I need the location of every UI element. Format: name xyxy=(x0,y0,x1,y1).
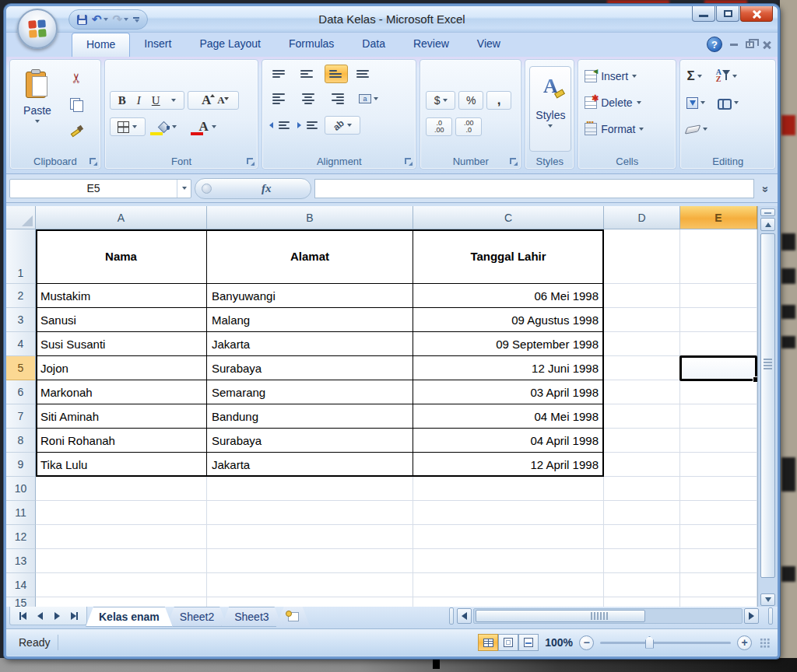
cell-E15[interactable] xyxy=(680,597,757,607)
cell-C12[interactable] xyxy=(413,525,604,549)
cell-A8[interactable]: Roni Rohanah xyxy=(36,429,207,453)
align-left-button[interactable] xyxy=(269,89,292,108)
cell-D15[interactable] xyxy=(604,597,680,607)
increase-indent-button[interactable] xyxy=(297,116,320,135)
row-header-6[interactable]: 6 xyxy=(6,380,36,404)
cell-E8[interactable] xyxy=(680,429,757,453)
center-button[interactable] xyxy=(297,89,320,108)
cell-B1[interactable]: Alamat xyxy=(207,229,413,284)
row-header-13[interactable]: 13 xyxy=(6,549,36,573)
cell-A1[interactable]: Nama xyxy=(36,229,207,284)
bold-button[interactable]: B xyxy=(118,94,126,107)
minimize-button[interactable] xyxy=(692,6,715,22)
first-sheet-button[interactable] xyxy=(15,609,30,623)
scrollbar-resize-handle[interactable] xyxy=(768,607,773,625)
cell-C13[interactable] xyxy=(413,549,604,573)
cell-D11[interactable] xyxy=(604,501,680,525)
cell-C2[interactable]: 06 Mei 1998 xyxy=(413,284,604,308)
row-header-10[interactable]: 10 xyxy=(6,477,36,501)
name-box-dropdown[interactable] xyxy=(177,180,191,198)
workbook-restore-button[interactable] xyxy=(746,41,754,48)
undo-button[interactable]: ↶ xyxy=(92,12,108,26)
horizontal-scrollbar[interactable] xyxy=(455,607,760,625)
column-header-E[interactable]: E xyxy=(680,206,757,229)
redo-button[interactable]: ↷ xyxy=(113,12,129,26)
delete-cells-button[interactable]: ✱ Delete xyxy=(585,93,641,113)
comma-style-button[interactable]: , xyxy=(486,91,511,110)
tab-insert[interactable]: Insert xyxy=(130,33,185,57)
cell-A9[interactable]: Tika Lulu xyxy=(36,453,207,477)
cell-B12[interactable] xyxy=(207,525,413,549)
last-sheet-button[interactable] xyxy=(66,609,82,623)
cell-A15[interactable] xyxy=(36,597,207,607)
cell-C11[interactable] xyxy=(413,501,604,525)
cell-C10[interactable] xyxy=(413,477,604,501)
cell-D14[interactable] xyxy=(604,573,680,597)
find-select-button[interactable] xyxy=(718,97,739,108)
resize-grip[interactable] xyxy=(760,638,770,648)
save-button[interactable] xyxy=(77,15,87,25)
maximize-button[interactable] xyxy=(716,6,739,22)
cell-E10[interactable] xyxy=(680,477,757,501)
previous-sheet-button[interactable] xyxy=(32,609,47,623)
cell-E13[interactable] xyxy=(680,549,757,573)
cell-D7[interactable] xyxy=(604,404,680,429)
help-button[interactable]: ? xyxy=(707,37,722,52)
cell-C7[interactable]: 04 Mei 1998 xyxy=(413,404,604,429)
font-dialog-launcher[interactable] xyxy=(247,158,255,166)
horizontal-scroll-track[interactable] xyxy=(473,608,743,624)
paste-button[interactable]: Paste xyxy=(18,66,57,150)
cell-C1[interactable]: Tanggal Lahir xyxy=(413,229,604,284)
name-box[interactable]: E5 xyxy=(9,179,191,198)
cell-B2[interactable]: Banyuwangi xyxy=(207,284,413,308)
orientation-button[interactable]: ab xyxy=(325,116,360,135)
tab-home[interactable]: Home xyxy=(72,33,130,57)
cell-C4[interactable]: 09 September 1998 xyxy=(413,332,604,356)
column-header-B[interactable]: B xyxy=(207,206,413,229)
alignment-dialog-launcher[interactable] xyxy=(405,158,413,166)
cell-C9[interactable]: 12 April 1998 xyxy=(413,453,604,477)
cell-C14[interactable] xyxy=(413,573,604,597)
clear-button[interactable] xyxy=(686,126,707,133)
cell-B15[interactable] xyxy=(207,597,413,607)
cell-D4[interactable] xyxy=(604,332,680,356)
merge-center-button[interactable]: a xyxy=(353,89,384,108)
clipboard-dialog-launcher[interactable] xyxy=(90,158,97,166)
cell-D3[interactable] xyxy=(604,308,680,332)
insert-cells-button[interactable]: ◂ Insert xyxy=(585,66,637,86)
tab-formulas[interactable]: Formulas xyxy=(275,33,348,57)
cell-C5[interactable]: 12 Juni 1998 xyxy=(413,356,604,380)
split-handle[interactable] xyxy=(760,208,775,216)
italic-button[interactable]: I xyxy=(137,94,141,107)
insert-function-button[interactable]: fx xyxy=(195,178,311,199)
page-layout-view-button[interactable] xyxy=(498,634,518,651)
cell-E6[interactable] xyxy=(680,380,757,404)
formula-input[interactable] xyxy=(314,179,754,198)
cell-B13[interactable] xyxy=(207,549,413,573)
column-header-A[interactable]: A xyxy=(36,206,207,229)
cell-E3[interactable] xyxy=(680,308,757,332)
workbook-close-button[interactable] xyxy=(762,40,771,49)
accounting-format-button[interactable]: $ xyxy=(426,91,455,110)
tab-page-layout[interactable]: Page Layout xyxy=(185,33,275,57)
scroll-right-button[interactable] xyxy=(744,608,759,624)
decrease-decimal-button[interactable]: .00 .0 xyxy=(455,117,482,136)
sheet-tab-sheet2[interactable]: Sheet2 xyxy=(167,607,227,627)
shrink-font-button[interactable]: A xyxy=(217,94,224,107)
vertical-scroll-thumb[interactable] xyxy=(760,233,775,578)
cell-B10[interactable] xyxy=(207,477,413,501)
cell-D1[interactable] xyxy=(604,229,680,284)
cell-C3[interactable]: 09 Agustus 1998 xyxy=(413,308,604,332)
select-all-button[interactable] xyxy=(6,206,36,229)
cell-E2[interactable] xyxy=(680,284,757,308)
cut-button[interactable]: ✂ xyxy=(63,68,90,88)
cell-D5[interactable] xyxy=(604,356,680,380)
cell-E14[interactable] xyxy=(680,573,757,597)
office-button[interactable] xyxy=(17,9,58,49)
cell-A4[interactable]: Susi Susanti xyxy=(36,332,207,356)
scroll-up-button[interactable] xyxy=(760,218,775,231)
row-header-7[interactable]: 7 xyxy=(6,404,36,429)
cell-B3[interactable]: Malang xyxy=(207,308,413,332)
cell-C6[interactable]: 03 April 1998 xyxy=(413,380,604,404)
tab-view[interactable]: View xyxy=(463,33,514,57)
